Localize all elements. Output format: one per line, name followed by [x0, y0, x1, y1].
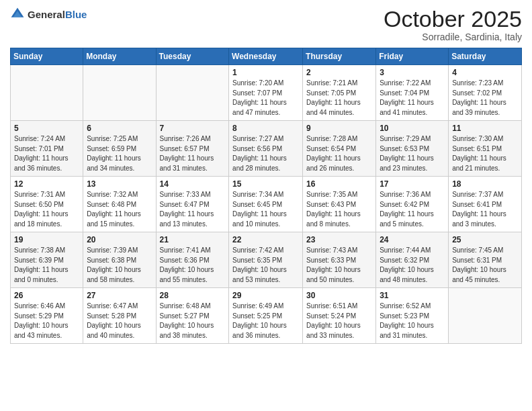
table-row: 13Sunrise: 7:32 AM Sunset: 6:48 PM Dayli…: [83, 177, 156, 232]
table-row: 19Sunrise: 7:38 AM Sunset: 6:39 PM Dayli…: [11, 232, 83, 288]
day-info: Sunrise: 7:44 AM Sunset: 6:32 PM Dayligh…: [380, 246, 445, 285]
day-number: 31: [380, 291, 445, 300]
table-row: 21Sunrise: 7:41 AM Sunset: 6:36 PM Dayli…: [156, 232, 229, 288]
table-row: 27Sunrise: 6:47 AM Sunset: 5:28 PM Dayli…: [83, 288, 156, 344]
day-number: 1: [232, 68, 299, 77]
table-row: 28Sunrise: 6:48 AM Sunset: 5:27 PM Dayli…: [156, 288, 229, 344]
table-row: 31Sunrise: 6:52 AM Sunset: 5:23 PM Dayli…: [376, 288, 449, 344]
table-row: 8Sunrise: 7:27 AM Sunset: 6:56 PM Daylig…: [229, 121, 303, 177]
day-number: 5: [14, 124, 79, 133]
table-row: 24Sunrise: 7:44 AM Sunset: 6:32 PM Dayli…: [376, 232, 449, 288]
table-row: [11, 65, 83, 121]
logo: GeneralBlue: [10, 7, 87, 21]
logo-text: GeneralBlue: [28, 9, 87, 19]
page-header: GeneralBlue October 2025 Sorradile, Sard…: [10, 7, 522, 42]
day-info: Sunrise: 7:34 AM Sunset: 6:45 PM Dayligh…: [232, 190, 299, 229]
day-number: 11: [452, 124, 518, 133]
table-row: 5Sunrise: 7:24 AM Sunset: 7:01 PM Daylig…: [11, 121, 83, 177]
header-sunday: Sunday: [11, 48, 83, 65]
header-saturday: Saturday: [449, 48, 522, 65]
day-info: Sunrise: 7:33 AM Sunset: 6:47 PM Dayligh…: [160, 190, 226, 229]
header-monday: Monday: [83, 48, 156, 65]
day-number: 22: [232, 235, 299, 244]
day-info: Sunrise: 7:27 AM Sunset: 6:56 PM Dayligh…: [232, 134, 299, 173]
title-area: October 2025 Sorradile, Sardinia, Italy: [384, 7, 522, 42]
day-number: 25: [452, 235, 518, 244]
day-info: Sunrise: 7:38 AM Sunset: 6:39 PM Dayligh…: [14, 246, 79, 285]
weekday-header-row: Sunday Monday Tuesday Wednesday Thursday…: [11, 48, 522, 65]
day-info: Sunrise: 7:42 AM Sunset: 6:35 PM Dayligh…: [232, 246, 299, 285]
table-row: 4Sunrise: 7:23 AM Sunset: 7:02 PM Daylig…: [449, 65, 522, 121]
day-number: 2: [306, 68, 372, 77]
month-title: October 2025: [384, 7, 522, 32]
day-info: Sunrise: 6:46 AM Sunset: 5:29 PM Dayligh…: [14, 302, 79, 340]
day-number: 28: [160, 291, 226, 300]
table-row: 29Sunrise: 6:49 AM Sunset: 5:25 PM Dayli…: [229, 288, 303, 344]
day-info: Sunrise: 7:30 AM Sunset: 6:51 PM Dayligh…: [452, 134, 518, 173]
day-info: Sunrise: 7:35 AM Sunset: 6:43 PM Dayligh…: [306, 190, 372, 229]
day-info: Sunrise: 6:48 AM Sunset: 5:27 PM Dayligh…: [160, 302, 226, 340]
day-info: Sunrise: 7:36 AM Sunset: 6:42 PM Dayligh…: [380, 190, 445, 229]
calendar-table: Sunday Monday Tuesday Wednesday Thursday…: [10, 48, 522, 344]
day-number: 6: [87, 124, 152, 133]
day-number: 10: [380, 124, 445, 133]
day-number: 18: [452, 179, 518, 189]
day-number: 19: [14, 235, 79, 244]
day-info: Sunrise: 6:47 AM Sunset: 5:28 PM Dayligh…: [87, 302, 152, 340]
header-thursday: Thursday: [303, 48, 376, 65]
table-row: [449, 288, 522, 344]
table-row: 26Sunrise: 6:46 AM Sunset: 5:29 PM Dayli…: [11, 288, 83, 344]
calendar-week-row: 26Sunrise: 6:46 AM Sunset: 5:29 PM Dayli…: [11, 288, 522, 344]
day-number: 13: [87, 179, 152, 189]
table-row: 18Sunrise: 7:37 AM Sunset: 6:41 PM Dayli…: [449, 177, 522, 232]
header-friday: Friday: [376, 48, 449, 65]
day-info: Sunrise: 7:32 AM Sunset: 6:48 PM Dayligh…: [87, 190, 152, 229]
table-row: 2Sunrise: 7:21 AM Sunset: 7:05 PM Daylig…: [303, 65, 376, 121]
day-number: 21: [160, 235, 226, 244]
calendar-week-row: 5Sunrise: 7:24 AM Sunset: 7:01 PM Daylig…: [11, 121, 522, 177]
day-info: Sunrise: 7:43 AM Sunset: 6:33 PM Dayligh…: [306, 246, 372, 285]
calendar-week-row: 12Sunrise: 7:31 AM Sunset: 6:50 PM Dayli…: [11, 177, 522, 232]
day-number: 24: [380, 235, 445, 244]
day-info: Sunrise: 7:28 AM Sunset: 6:54 PM Dayligh…: [306, 134, 372, 173]
day-number: 23: [306, 235, 372, 244]
table-row: 22Sunrise: 7:42 AM Sunset: 6:35 PM Dayli…: [229, 232, 303, 288]
day-number: 14: [160, 179, 226, 189]
day-number: 17: [380, 179, 445, 189]
day-number: 30: [306, 291, 372, 300]
day-info: Sunrise: 7:26 AM Sunset: 6:57 PM Dayligh…: [160, 134, 226, 173]
day-number: 3: [380, 68, 445, 77]
day-info: Sunrise: 7:45 AM Sunset: 6:31 PM Dayligh…: [452, 246, 518, 285]
day-number: 9: [306, 124, 372, 133]
day-number: 26: [14, 291, 79, 300]
calendar-week-row: 19Sunrise: 7:38 AM Sunset: 6:39 PM Dayli…: [11, 232, 522, 288]
day-info: Sunrise: 6:49 AM Sunset: 5:25 PM Dayligh…: [232, 302, 299, 340]
day-number: 16: [306, 179, 372, 189]
table-row: 23Sunrise: 7:43 AM Sunset: 6:33 PM Dayli…: [303, 232, 376, 288]
table-row: 25Sunrise: 7:45 AM Sunset: 6:31 PM Dayli…: [449, 232, 522, 288]
table-row: 17Sunrise: 7:36 AM Sunset: 6:42 PM Dayli…: [376, 177, 449, 232]
table-row: 3Sunrise: 7:22 AM Sunset: 7:04 PM Daylig…: [376, 65, 449, 121]
table-row: [156, 65, 229, 121]
table-row: 7Sunrise: 7:26 AM Sunset: 6:57 PM Daylig…: [156, 121, 229, 177]
day-number: 29: [232, 291, 299, 300]
table-row: 6Sunrise: 7:25 AM Sunset: 6:59 PM Daylig…: [83, 121, 156, 177]
header-wednesday: Wednesday: [229, 48, 303, 65]
day-number: 12: [14, 179, 79, 189]
table-row: 1Sunrise: 7:20 AM Sunset: 7:07 PM Daylig…: [229, 65, 303, 121]
table-row: 16Sunrise: 7:35 AM Sunset: 6:43 PM Dayli…: [303, 177, 376, 232]
calendar-page: GeneralBlue October 2025 Sorradile, Sard…: [0, 0, 532, 411]
day-info: Sunrise: 7:21 AM Sunset: 7:05 PM Dayligh…: [306, 79, 372, 118]
logo-general: General: [28, 9, 65, 19]
day-info: Sunrise: 7:39 AM Sunset: 6:38 PM Dayligh…: [87, 246, 152, 285]
day-info: Sunrise: 7:29 AM Sunset: 6:53 PM Dayligh…: [380, 134, 445, 173]
day-info: Sunrise: 7:37 AM Sunset: 6:41 PM Dayligh…: [452, 190, 518, 229]
day-info: Sunrise: 7:41 AM Sunset: 6:36 PM Dayligh…: [160, 246, 226, 285]
day-info: Sunrise: 7:31 AM Sunset: 6:50 PM Dayligh…: [14, 190, 79, 229]
table-row: 10Sunrise: 7:29 AM Sunset: 6:53 PM Dayli…: [376, 121, 449, 177]
day-number: 7: [160, 124, 226, 133]
day-number: 8: [232, 124, 299, 133]
calendar-week-row: 1Sunrise: 7:20 AM Sunset: 7:07 PM Daylig…: [11, 65, 522, 121]
table-row: 15Sunrise: 7:34 AM Sunset: 6:45 PM Dayli…: [229, 177, 303, 232]
day-info: Sunrise: 7:20 AM Sunset: 7:07 PM Dayligh…: [232, 79, 299, 118]
